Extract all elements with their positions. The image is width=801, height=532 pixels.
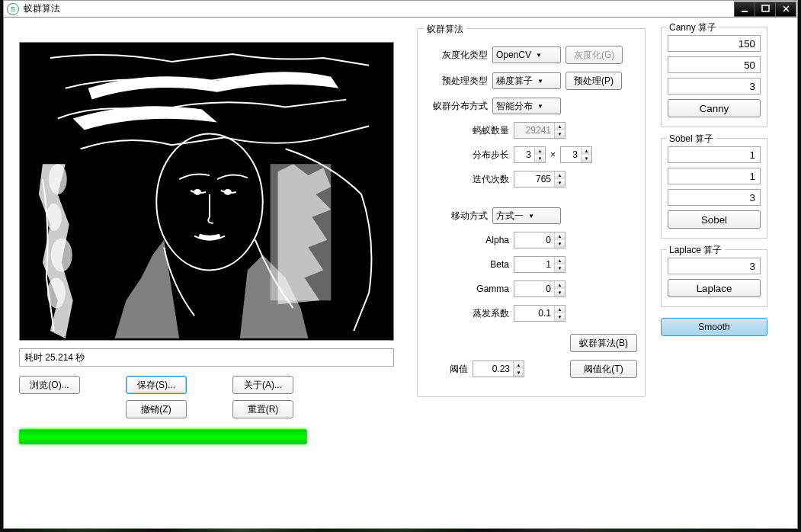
minimize-button[interactable] [734, 2, 755, 17]
progress-bar [19, 429, 307, 444]
canny-group: Canny 算子 Canny [661, 27, 767, 127]
threshold-button[interactable]: 阈值化(T) [570, 360, 637, 378]
iter-label: 迭代次数 [456, 173, 509, 186]
dist-label: 蚁群分布方式 [425, 100, 488, 113]
laplace-group: Laplace 算子 Laplace [661, 249, 767, 307]
move-combo[interactable]: 方式一▼ [492, 207, 561, 224]
gamma-spinner[interactable]: ▲▼ [514, 280, 566, 297]
chevron-down-icon: ▼ [536, 52, 542, 59]
svg-rect-0 [742, 11, 748, 12]
undo-button[interactable]: 撤销(Z) [126, 400, 187, 418]
title-bar: S 蚁群算法 [3, 0, 798, 17]
app-icon: S [7, 3, 19, 15]
chevron-down-icon: ▼ [528, 213, 534, 220]
grayscale-button[interactable]: 灰度化(G) [566, 46, 623, 64]
svg-point-5 [46, 204, 62, 231]
alpha-spinner[interactable]: ▲▼ [514, 232, 566, 248]
gray-type-combo[interactable]: OpenCV▼ [492, 46, 561, 63]
right-panel: Canny 算子 Canny Sobel 算子 Sobel Laplace 算子… [661, 27, 767, 519]
preproc-type-label: 预处理类型 [425, 75, 488, 88]
canny-title: Canny 算子 [666, 21, 719, 34]
close-button[interactable] [775, 2, 796, 17]
canny-v3-input[interactable] [668, 78, 761, 95]
gamma-label: Gamma [456, 284, 509, 294]
sobel-v3-input[interactable] [668, 189, 761, 206]
sobel-title: Sobel 算子 [666, 133, 716, 146]
svg-point-6 [51, 239, 72, 272]
run-ant-button[interactable]: 蚁群算法(B) [570, 334, 637, 352]
ant-groupbox: 蚁群算法 灰度化类型 OpenCV▼ 灰度化(G) 预处理类型 梯度算子▼ 预处… [417, 28, 646, 397]
smooth-button[interactable]: Smooth [661, 318, 767, 336]
preproc-type-combo[interactable]: 梯度算子▼ [492, 72, 561, 89]
preprocess-button[interactable]: 预处理(P) [566, 72, 622, 90]
step-x-spinner[interactable]: ▲▼ [514, 146, 546, 163]
laplace-button[interactable]: Laplace [668, 279, 761, 297]
thresh-spinner[interactable]: ▲▼ [473, 361, 524, 377]
canny-v1-input[interactable] [668, 35, 761, 52]
about-button[interactable]: 关于(A)... [232, 376, 293, 394]
gray-type-label: 灰度化类型 [425, 49, 488, 62]
svg-point-9 [194, 189, 201, 195]
middle-panel: 蚁群算法 灰度化类型 OpenCV▼ 灰度化(G) 预处理类型 梯度算子▼ 预处… [417, 27, 646, 519]
evap-label: 蒸发系数 [456, 307, 509, 320]
move-label: 移动方式 [425, 210, 488, 223]
result-image [19, 42, 394, 341]
svg-point-10 [224, 189, 232, 195]
dist-combo[interactable]: 智能分布▼ [492, 98, 561, 114]
svg-point-7 [47, 277, 66, 308]
sobel-group: Sobel 算子 Sobel [661, 138, 767, 239]
multiply-sign: × [550, 149, 556, 160]
sobel-v2-input[interactable] [668, 168, 761, 184]
reset-button[interactable]: 重置(R) [232, 400, 293, 418]
canny-button[interactable]: Canny [668, 99, 761, 117]
sobel-button[interactable]: Sobel [668, 210, 761, 229]
alpha-label: Alpha [456, 235, 509, 245]
chevron-down-icon: ▼ [537, 78, 543, 85]
sobel-v1-input[interactable] [668, 146, 761, 163]
ant-count-spinner[interactable]: ▲▼ [514, 122, 566, 139]
evap-spinner[interactable]: ▲▼ [514, 305, 566, 322]
left-panel: 耗时 25.214 秒 浏览(O)... 保存(S)... 关于(A)... 撤… [13, 27, 402, 519]
browse-button[interactable]: 浏览(O)... [19, 376, 80, 394]
window-client: 耗时 25.214 秒 浏览(O)... 保存(S)... 关于(A)... 撤… [3, 17, 798, 529]
ant-group-title: 蚁群算法 [424, 23, 466, 36]
status-text: 耗时 25.214 秒 [19, 348, 394, 367]
window-title: 蚁群算法 [22, 2, 735, 15]
svg-rect-1 [762, 5, 769, 11]
ant-count-label: 蚂蚁数量 [456, 124, 509, 137]
beta-spinner[interactable]: ▲▼ [514, 256, 566, 273]
laplace-title: Laplace 算子 [666, 244, 725, 257]
iter-spinner[interactable]: ▲▼ [514, 171, 566, 187]
beta-label: Beta [456, 259, 509, 270]
save-button[interactable]: 保存(S)... [126, 376, 187, 394]
step-label: 分布步长 [456, 149, 509, 162]
laplace-v1-input[interactable] [668, 258, 761, 274]
svg-point-4 [49, 164, 67, 194]
step-y-spinner[interactable]: ▲▼ [560, 146, 592, 163]
chevron-down-icon: ▼ [537, 103, 543, 110]
canny-v2-input[interactable] [668, 56, 761, 73]
maximize-button[interactable] [755, 2, 776, 17]
thresh-label: 阈值 [425, 363, 468, 376]
